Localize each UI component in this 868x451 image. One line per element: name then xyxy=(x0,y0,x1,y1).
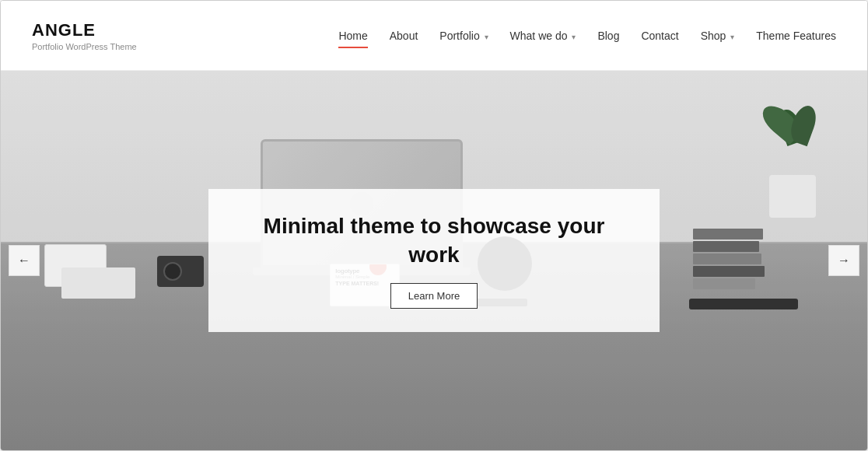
arrow-right-icon: → xyxy=(838,253,850,267)
nav-item-portfolio[interactable]: Portfolio ▾ xyxy=(439,29,488,43)
hero-section: logotype Minimal / Simple TYPE MATTERS! … xyxy=(1,71,867,450)
nav-item-contact[interactable]: Contact xyxy=(641,29,678,43)
browser-window: ANGLE Portfolio WordPress Theme Home Abo… xyxy=(0,0,868,451)
nav-link-home[interactable]: Home xyxy=(338,30,367,45)
nav-item-shop[interactable]: Shop ▾ xyxy=(701,29,735,43)
next-slide-button[interactable]: → xyxy=(828,245,859,276)
chevron-down-icon: ▾ xyxy=(572,33,576,41)
nav-item-about[interactable]: About xyxy=(390,29,418,43)
site-header: ANGLE Portfolio WordPress Theme Home Abo… xyxy=(1,1,867,71)
chevron-down-icon: ▾ xyxy=(485,33,488,41)
hero-title: Minimal theme to showcase your work xyxy=(240,212,628,269)
hero-overlay: Minimal theme to showcase your work Lear… xyxy=(1,71,867,450)
site-title: ANGLE xyxy=(32,20,137,40)
nav-link-shop[interactable]: Shop ▾ xyxy=(701,30,735,45)
nav-menu: Home About Portfolio ▾ What we do ▾ Blog… xyxy=(338,29,836,43)
nav-item-theme-features[interactable]: Theme Features xyxy=(756,29,836,43)
main-nav: Home About Portfolio ▾ What we do ▾ Blog… xyxy=(338,29,836,43)
nav-link-theme-features[interactable]: Theme Features xyxy=(756,30,836,45)
nav-item-what-we-do[interactable]: What we do ▾ xyxy=(510,29,576,43)
site-tagline: Portfolio WordPress Theme xyxy=(32,42,137,51)
arrow-left-icon: ← xyxy=(18,253,30,267)
learn-more-button[interactable]: Learn More xyxy=(390,283,478,309)
hero-content-box: Minimal theme to showcase your work Lear… xyxy=(208,189,660,332)
nav-item-home[interactable]: Home xyxy=(338,29,367,43)
site-branding: ANGLE Portfolio WordPress Theme xyxy=(32,20,137,51)
nav-link-about[interactable]: About xyxy=(390,30,418,45)
nav-link-what-we-do[interactable]: What we do ▾ xyxy=(510,30,576,45)
prev-slide-button[interactable]: ← xyxy=(9,245,40,276)
nav-link-blog[interactable]: Blog xyxy=(597,30,619,45)
nav-link-portfolio[interactable]: Portfolio ▾ xyxy=(439,30,488,45)
nav-item-blog[interactable]: Blog xyxy=(597,29,619,43)
chevron-down-icon: ▾ xyxy=(730,33,734,41)
nav-link-contact[interactable]: Contact xyxy=(641,30,678,45)
